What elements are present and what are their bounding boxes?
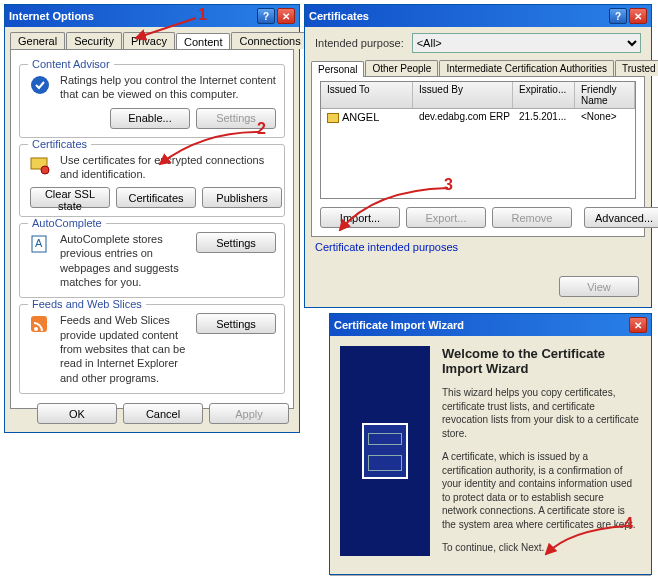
certificates-window: Certificates ? ✕ Intended purpose: <All>… [304, 4, 652, 308]
view-button: View [559, 276, 639, 297]
ca-settings-button: Settings [196, 108, 276, 129]
certificate-icon [28, 153, 52, 177]
content-advisor-icon [28, 73, 52, 97]
col-issued-to[interactable]: Issued To [321, 82, 413, 108]
certificates-text: Use certificates for encrypted connectio… [60, 153, 276, 182]
feeds-icon [28, 313, 52, 337]
svg-point-6 [34, 327, 38, 331]
wizard-graphic [340, 346, 430, 556]
certificate-glyph-icon [362, 423, 408, 479]
col-issued-by[interactable]: Issued By [413, 82, 513, 108]
io-tab-body: Content Advisor Ratings help you control… [10, 49, 294, 409]
certificate-item-icon [327, 113, 339, 123]
autocomplete-legend: AutoComplete [28, 217, 106, 229]
cert-tab-other[interactable]: Other People [365, 60, 438, 76]
close-button[interactable]: ✕ [629, 317, 647, 333]
feeds-legend: Feeds and Web Slices [28, 298, 146, 310]
tab-security[interactable]: Security [66, 32, 122, 49]
internet-options-title: Internet Options [9, 10, 255, 22]
col-expiration[interactable]: Expiratio... [513, 82, 575, 108]
ok-button[interactable]: OK [37, 403, 117, 424]
svg-text:A: A [35, 237, 43, 249]
cancel-button[interactable]: Cancel [123, 403, 203, 424]
content-advisor-text: Ratings help you control the Internet co… [60, 73, 276, 102]
cert-advanced-button[interactable]: Advanced... [584, 207, 658, 228]
wizard-text: Welcome to the Certificate Import Wizard… [442, 346, 641, 565]
autocomplete-group: AutoComplete A AutoComplete stores previ… [19, 223, 285, 298]
purpose-select[interactable]: <All> [412, 33, 641, 53]
internet-options-window: Internet Options ? ✕ General Security Pr… [4, 4, 300, 433]
cert-listview-header: Issued To Issued By Expiratio... Friendl… [321, 82, 635, 109]
cell-expiration: 21.5.201... [513, 110, 575, 124]
internet-options-titlebar: Internet Options ? ✕ [5, 5, 299, 27]
export-button: Export... [406, 207, 486, 228]
col-friendly[interactable]: Friendly Name [575, 82, 635, 108]
svg-point-0 [31, 76, 49, 94]
help-button[interactable]: ? [609, 8, 627, 24]
autocomplete-text: AutoComplete stores previous entries on … [60, 232, 188, 289]
feeds-group: Feeds and Web Slices Feeds and Web Slice… [19, 304, 285, 393]
certificates-titlebar: Certificates ? ✕ [305, 5, 651, 27]
clear-ssl-button[interactable]: Clear SSL state [30, 187, 110, 208]
svg-point-2 [41, 166, 49, 174]
autocomplete-icon: A [28, 232, 52, 256]
purpose-row: Intended purpose: <All> [305, 27, 651, 57]
wizard-window: Certificate Import Wizard ✕ Welcome to t… [329, 313, 652, 575]
wizard-title: Certificate Import Wizard [334, 319, 627, 331]
certificates-group: Certificates Use certificates for encryp… [19, 144, 285, 218]
cert-tab-body: Issued To Issued By Expiratio... Friendl… [311, 76, 645, 237]
apply-button: Apply [209, 403, 289, 424]
wizard-p3: To continue, click Next. [442, 541, 641, 555]
cert-listview[interactable]: Issued To Issued By Expiratio... Friendl… [320, 81, 636, 199]
cert-buttonbar: Import... Export... Remove Advanced... [312, 199, 644, 236]
tab-content[interactable]: Content [176, 33, 231, 50]
intended-purposes-label: Certificate intended purposes [305, 237, 651, 257]
wizard-body: Welcome to the Certificate Import Wizard… [330, 336, 651, 575]
close-button[interactable]: ✕ [277, 8, 295, 24]
import-button[interactable]: Import... [320, 207, 400, 228]
io-tabstrip: General Security Privacy Content Connect… [5, 27, 299, 49]
certificates-button[interactable]: Certificates [116, 187, 196, 208]
ac-settings-button[interactable]: Settings [196, 232, 276, 253]
cert-row[interactable]: ANGEL dev.edabg.com ERP ... 21.5.201... … [321, 109, 635, 125]
publishers-button[interactable]: Publishers [202, 187, 282, 208]
cert-tab-trusted[interactable]: Trusted Root Certificatior [615, 60, 658, 76]
wizard-p2: A certificate, which is issued by a cert… [442, 450, 641, 531]
cell-issued-to: ANGEL [342, 111, 379, 123]
wizard-titlebar: Certificate Import Wizard ✕ [330, 314, 651, 336]
help-button[interactable]: ? [257, 8, 275, 24]
feeds-settings-button[interactable]: Settings [196, 313, 276, 334]
feeds-text: Feeds and Web Slices provide updated con… [60, 313, 188, 384]
cert-tab-personal[interactable]: Personal [311, 61, 364, 77]
wizard-p1: This wizard helps you copy certificates,… [442, 386, 641, 440]
tab-general[interactable]: General [10, 32, 65, 49]
io-footer: OK Cancel Apply [37, 403, 289, 424]
wizard-footer: < Back Next > Cancel [330, 575, 651, 582]
remove-button: Remove [492, 207, 572, 228]
tab-privacy[interactable]: Privacy [123, 32, 175, 49]
certificates-legend: Certificates [28, 138, 91, 150]
cell-issued-by: dev.edabg.com ERP ... [413, 110, 513, 124]
enable-button[interactable]: Enable... [110, 108, 190, 129]
cert-tab-intermediate[interactable]: Intermediate Certification Authorities [439, 60, 614, 76]
wizard-heading: Welcome to the Certificate Import Wizard [442, 346, 641, 376]
purpose-label: Intended purpose: [315, 37, 404, 49]
cell-friendly: <None> [575, 110, 635, 124]
content-advisor-legend: Content Advisor [28, 58, 114, 70]
certificates-title: Certificates [309, 10, 607, 22]
tab-connections[interactable]: Connections [231, 32, 308, 49]
cert-tabstrip: Personal Other People Intermediate Certi… [305, 57, 651, 76]
close-button[interactable]: ✕ [629, 8, 647, 24]
content-advisor-group: Content Advisor Ratings help you control… [19, 64, 285, 138]
